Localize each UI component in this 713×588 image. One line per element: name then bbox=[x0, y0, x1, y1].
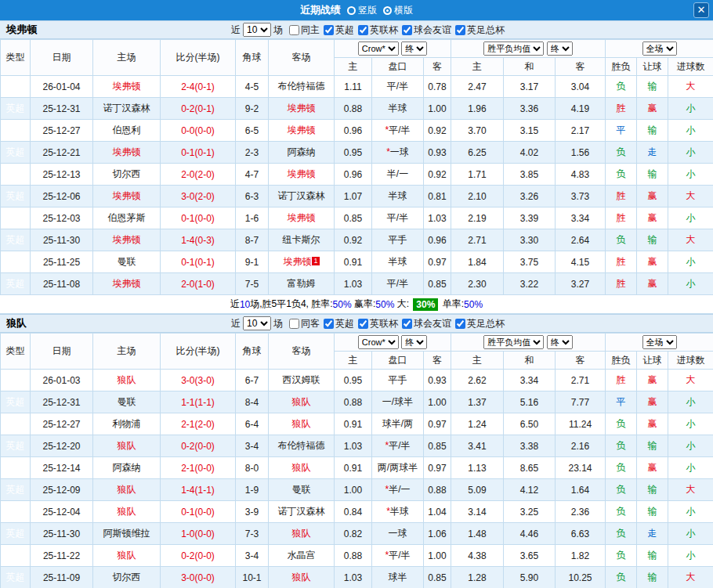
games-count-select[interactable]: 10 bbox=[243, 23, 271, 37]
match-date: 25-11-22 bbox=[31, 545, 93, 567]
asia-handicap: 平/半 bbox=[372, 207, 424, 229]
asia-home-odds: 0.88 bbox=[335, 391, 372, 413]
bookmaker-select[interactable]: Crow* bbox=[358, 335, 399, 349]
asia-handicap: *半/一 bbox=[372, 479, 424, 501]
scope-select[interactable]: 全场 bbox=[642, 41, 677, 56]
games-label: 场 bbox=[273, 23, 283, 37]
asia-home-odds: 0.88 bbox=[335, 98, 372, 120]
eu-away-odds: 1.56 bbox=[556, 142, 606, 164]
filter-checkbox[interactable]: 英联杯 bbox=[358, 317, 398, 330]
filter-checkbox[interactable]: 英超 bbox=[324, 317, 354, 330]
filter-checkbox[interactable]: 英联杯 bbox=[358, 23, 398, 37]
filter-checkbox[interactable]: 同主 bbox=[289, 23, 320, 37]
match-date: 25-12-06 bbox=[31, 186, 93, 207]
corner-score: 6-3 bbox=[236, 186, 269, 207]
score: 0-2(0-0) bbox=[161, 545, 236, 567]
eu-away-odds: 1.64 bbox=[556, 479, 606, 501]
match-row: 英超25-11-30埃弗顿1-4(0-3)8-7纽卡斯尔0.92平手0.962.… bbox=[1, 229, 713, 251]
eu-draw-odds: 3.39 bbox=[504, 207, 556, 229]
filter-checkbox[interactable]: 同客 bbox=[289, 317, 320, 330]
asia-home-odds: 0.96 bbox=[335, 164, 372, 186]
layout-radio-horizontal[interactable]: 横版 bbox=[383, 4, 413, 17]
handicap-result: 赢 bbox=[637, 413, 668, 435]
checkbox-input[interactable] bbox=[324, 319, 334, 329]
filter-checkbox[interactable]: 英超 bbox=[324, 23, 354, 37]
score: 2-1(2-0) bbox=[161, 413, 236, 435]
asia-handicap: 半球 bbox=[372, 251, 424, 273]
filter-checkbox[interactable]: 球会友谊 bbox=[402, 23, 451, 37]
eu-draw-odds: 3.26 bbox=[504, 186, 556, 207]
winloss-result: 平 bbox=[606, 391, 637, 413]
winloss-result: 负 bbox=[606, 479, 637, 501]
goals-result: 小 bbox=[668, 98, 713, 120]
checkbox-input[interactable] bbox=[289, 25, 299, 35]
home-team: 埃弗顿 bbox=[93, 76, 161, 98]
corner-score: 9-2 bbox=[236, 98, 269, 120]
corner-score: 1-9 bbox=[236, 479, 269, 501]
goals-result: 小 bbox=[668, 164, 713, 186]
asia-final-select[interactable]: 终 bbox=[401, 335, 427, 349]
bookmaker-select[interactable]: Crow* bbox=[358, 41, 399, 56]
asia-handicap: *平/半 bbox=[372, 120, 424, 142]
eu-away-odds: 4.83 bbox=[556, 164, 606, 186]
asterisk: * bbox=[386, 506, 390, 517]
filter-checkbox[interactable]: 英足总杯 bbox=[455, 23, 505, 37]
asterisk: * bbox=[385, 484, 389, 495]
match-date: 26-01-04 bbox=[31, 76, 93, 98]
europe-odds-group: 胜平负均值 终 bbox=[451, 334, 606, 352]
layout-radio-vertical[interactable]: 竖版 bbox=[347, 4, 377, 17]
close-icon[interactable]: ✕ bbox=[693, 2, 709, 18]
asia-away-odds: 0.93 bbox=[424, 370, 451, 391]
match-date: 25-12-20 bbox=[31, 435, 93, 457]
home-team: 狼队 bbox=[93, 435, 161, 457]
games-count-select[interactable]: 10 bbox=[243, 316, 271, 330]
checkbox-input[interactable] bbox=[324, 25, 334, 35]
europe-odds-select[interactable]: 胜平负均值 bbox=[483, 335, 544, 349]
checkbox-input[interactable] bbox=[358, 319, 368, 329]
corner-score: 4-7 bbox=[236, 164, 269, 186]
eu-away-odds: 23.14 bbox=[556, 457, 606, 479]
eu-home-odds: 1.48 bbox=[451, 523, 504, 545]
checkbox-input[interactable] bbox=[402, 319, 412, 329]
handicap-result: 输 bbox=[637, 567, 668, 588]
filter-checkbox[interactable]: 球会友谊 bbox=[402, 317, 451, 330]
checkbox-input[interactable] bbox=[289, 319, 299, 329]
home-team: 狼队 bbox=[93, 370, 161, 391]
asia-final-select[interactable]: 终 bbox=[401, 41, 427, 56]
match-row: 英超26-01-03狼队3-0(3-0)6-7西汉姆联0.95平手0.932.6… bbox=[1, 370, 713, 391]
col-eu-draw: 和 bbox=[504, 352, 556, 370]
asterisk: * bbox=[385, 440, 389, 451]
filter-checkbox[interactable]: 英足总杯 bbox=[455, 317, 505, 330]
scope-select[interactable]: 全场 bbox=[642, 335, 677, 349]
summary-segment: 10 bbox=[240, 299, 250, 310]
eu-home-odds: 2.62 bbox=[451, 370, 504, 391]
col-goals: 进球数 bbox=[668, 58, 713, 76]
checkbox-input[interactable] bbox=[402, 25, 412, 35]
match-date: 25-11-08 bbox=[31, 273, 93, 295]
winloss-result: 负 bbox=[606, 457, 637, 479]
checkbox-label: 英超 bbox=[335, 23, 354, 37]
europe-final-select[interactable]: 终 bbox=[547, 41, 573, 56]
corner-score: 4-5 bbox=[236, 76, 269, 98]
summary-segment: 50% bbox=[333, 299, 352, 310]
filters: 近 10 场 同主英超英联杯球会友谊英足总杯 bbox=[231, 23, 505, 37]
checkbox-input[interactable] bbox=[358, 25, 368, 35]
checkbox-input[interactable] bbox=[455, 319, 465, 329]
league-badge: 英超 bbox=[1, 251, 31, 273]
asterisk: * bbox=[385, 124, 389, 135]
winloss-result: 负 bbox=[606, 435, 637, 457]
match-row: 英超25-12-06埃弗顿3-0(2-0)6-3诺丁汉森林1.07半球0.812… bbox=[1, 186, 713, 207]
score: 3-0(2-0) bbox=[161, 186, 236, 207]
team-section-header-everton: 埃弗顿 近 10 场 同主英超英联杯球会友谊英足总杯 bbox=[0, 20, 713, 39]
europe-final-select[interactable]: 终 bbox=[547, 335, 573, 349]
checkbox-input[interactable] bbox=[455, 25, 465, 35]
europe-odds-select[interactable]: 胜平负均值 bbox=[483, 41, 544, 56]
score: 3-0(3-0) bbox=[161, 370, 236, 391]
handicap-result: 输 bbox=[637, 545, 668, 567]
eu-home-odds: 1.37 bbox=[451, 391, 504, 413]
corner-score: 7-5 bbox=[236, 273, 269, 295]
asia-away-odds: 1.00 bbox=[424, 545, 451, 567]
winloss-result: 负 bbox=[606, 413, 637, 435]
eu-home-odds: 2.71 bbox=[451, 229, 504, 251]
handicap-result: 赢 bbox=[637, 186, 668, 207]
